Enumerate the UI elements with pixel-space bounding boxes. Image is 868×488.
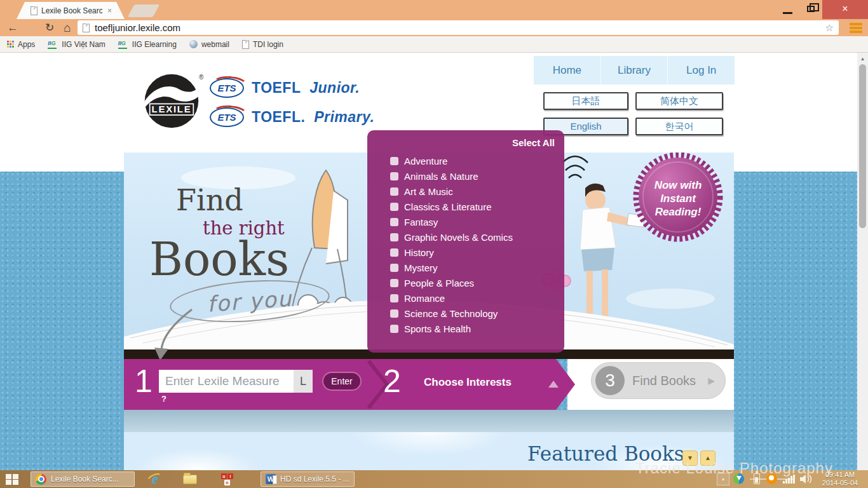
language-korean-button[interactable]: 한국어: [635, 118, 723, 135]
checkbox-icon[interactable]: [390, 279, 398, 287]
interest-people-places[interactable]: People & Places: [390, 275, 555, 290]
browser-tab[interactable]: Lexile Book Search for TOE ×: [17, 2, 125, 19]
toefl-dot-text: TOEFL.: [252, 109, 305, 125]
bookmark-iig-vietnam[interactable]: IIG IIG Việt Nam: [48, 40, 105, 49]
lexile-measure-input[interactable]: [159, 370, 294, 393]
home-icon[interactable]: ⌂: [60, 20, 75, 35]
bookmark-apps[interactable]: Apps: [6, 40, 35, 49]
interest-sports-health[interactable]: Sports & Health: [390, 321, 555, 336]
ets-oval-icon: ETS: [210, 107, 244, 127]
step3-number: 3: [595, 366, 625, 395]
find-books-button[interactable]: 3 Find Books ▶: [591, 362, 726, 399]
select-all-link[interactable]: Select All: [512, 137, 555, 148]
reload-icon[interactable]: ↻: [42, 20, 57, 35]
iig-logo-icon: IIG: [48, 40, 58, 48]
bookmark-tdi-login[interactable]: TDI login: [242, 40, 283, 49]
forward-icon[interactable]: →: [23, 20, 38, 35]
browser-titlebar: Lexile Book Search for TOE × ×: [0, 0, 868, 19]
antivirus-tray-icon[interactable]: [766, 473, 777, 484]
page-scrollbar[interactable]: ▴: [857, 53, 868, 470]
restore-button[interactable]: [799, 0, 822, 19]
checkbox-icon[interactable]: [390, 264, 398, 272]
checkbox-icon[interactable]: [390, 157, 398, 165]
checkbox-icon[interactable]: [390, 218, 398, 226]
checkbox-icon[interactable]: [390, 187, 398, 196]
interest-graphic-novels[interactable]: Graphic Novels & Comics: [390, 229, 555, 245]
scroll-up-icon[interactable]: ▴: [857, 54, 868, 63]
enter-button[interactable]: Enter: [322, 372, 362, 391]
interest-adventure[interactable]: Adventure: [390, 153, 555, 168]
back-icon[interactable]: ←: [5, 20, 20, 35]
collapse-arrow-icon[interactable]: [548, 381, 559, 388]
taskbar-clock[interactable]: 09:41 AM 2014-05-04: [817, 471, 863, 487]
interest-fantasy[interactable]: Fantasy: [390, 214, 555, 229]
file-explorer-icon[interactable]: [183, 475, 197, 484]
tray-expand-icon[interactable]: ▴: [717, 473, 729, 485]
apps-grid-icon: [6, 41, 14, 48]
clock-time: 09:41 AM: [817, 471, 863, 479]
nav-library[interactable]: Library: [600, 56, 668, 85]
volume-icon[interactable]: [799, 474, 812, 484]
toefl-text: TOEFL: [252, 79, 301, 96]
interest-animals-nature[interactable]: Animals & Nature: [390, 168, 555, 184]
iig-logo-icon: IIG: [118, 40, 128, 48]
chrome-menu-icon[interactable]: [848, 22, 864, 34]
address-bar[interactable]: toefljunior.lexile.com ☆: [78, 20, 839, 35]
start-button[interactable]: [6, 474, 18, 485]
hero-books-text: Books: [149, 233, 289, 286]
interest-classics-literature[interactable]: Classics & Literature: [390, 199, 555, 214]
page-favicon: [31, 6, 37, 15]
interest-history[interactable]: History: [390, 245, 555, 260]
minimize-button[interactable]: [776, 0, 799, 19]
taskbar-chrome-button[interactable]: Lexile Book Searc...: [31, 471, 135, 487]
hero-for-you-text: for you: [207, 285, 293, 316]
checkbox-icon[interactable]: [390, 203, 398, 211]
new-tab-button[interactable]: [128, 4, 160, 17]
taskbar-word-button[interactable]: W HD sd Lexile.5.5 - ...: [261, 471, 355, 487]
scrollbar-thumb[interactable]: [859, 64, 866, 228]
interest-romance[interactable]: Romance: [390, 290, 555, 306]
bookmark-iig-elearning[interactable]: IIG IIG Elearning: [118, 40, 177, 49]
step2-number: 2: [383, 363, 401, 400]
interest-mystery[interactable]: Mystery: [390, 260, 555, 275]
internet-explorer-icon[interactable]: e: [147, 471, 163, 487]
bookmark-webmail[interactable]: webmail: [189, 40, 229, 49]
girl-illustration: [562, 156, 645, 327]
idm-tray-icon[interactable]: [733, 473, 744, 484]
interest-list: Adventure Animals & Nature Art & Music C…: [390, 153, 555, 336]
nav-home[interactable]: Home: [534, 56, 600, 85]
bookmark-star-icon[interactable]: ☆: [825, 22, 834, 34]
battery-icon[interactable]: [754, 473, 760, 484]
primary-text: Primary.: [314, 109, 374, 125]
divider-strip: [124, 410, 734, 432]
word-icon: W: [266, 474, 276, 484]
choose-interests-toggle[interactable]: Choose Interests: [424, 376, 512, 389]
globe-icon: [189, 40, 198, 48]
interests-dropdown: Select All Adventure Animals & Nature Ar…: [367, 130, 564, 353]
badge-line-1: Now with: [654, 179, 702, 191]
tab-title: Lexile Book Search for TOE: [41, 6, 102, 15]
lexile-logo-text: LEXILE: [152, 104, 192, 114]
taskbar: Tracie Louise Photography Lexile Book Se…: [0, 470, 868, 488]
language-japanese-button[interactable]: 日本語: [543, 92, 628, 110]
checkbox-icon[interactable]: [390, 233, 398, 241]
bookmarks-bar: Apps IIG IIG Việt Nam IIG IIG Elearning …: [0, 36, 868, 53]
lexile-logo: LEXILE: [144, 73, 200, 129]
language-chinese-button[interactable]: 简体中文: [635, 92, 723, 110]
window-buttons: ×: [776, 0, 868, 19]
nav-login[interactable]: Log In: [667, 56, 735, 85]
play-arrow-icon: ▶: [708, 363, 715, 398]
checkbox-icon[interactable]: [390, 309, 398, 318]
checkbox-icon[interactable]: [390, 325, 398, 333]
site-navigation: Home Library Log In: [534, 56, 735, 85]
unikey-icon[interactable]: uin: [221, 473, 235, 485]
interest-art-music[interactable]: Art & Music: [390, 184, 555, 199]
checkbox-icon[interactable]: [390, 248, 398, 257]
checkbox-icon[interactable]: [390, 172, 398, 180]
screen: Lexile Book Search for TOE × × ← → ↻ ⌂ t…: [0, 0, 868, 488]
interest-science-technology[interactable]: Science & Technology: [390, 306, 555, 321]
network-signal-icon[interactable]: [783, 475, 796, 484]
close-button[interactable]: ×: [822, 0, 868, 19]
checkbox-icon[interactable]: [390, 294, 398, 302]
tab-close-icon[interactable]: ×: [106, 6, 113, 15]
